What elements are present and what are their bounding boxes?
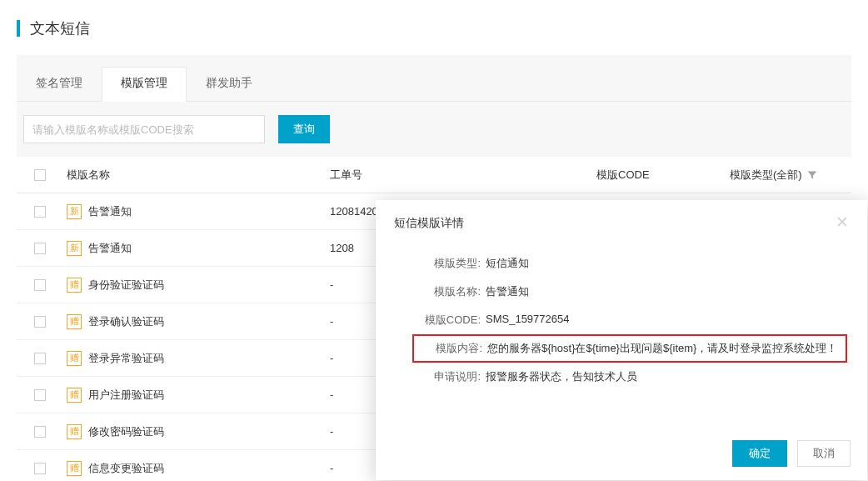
row-name: 身份验证验证码	[88, 278, 164, 293]
table-header: 模版名称 工单号 模版CODE 模版类型(全部)	[17, 157, 851, 193]
search-button[interactable]: 查询	[278, 115, 330, 143]
detail-remark-value: 报警服务器状态，告知技术人员	[486, 369, 842, 384]
row-tag: 新	[67, 204, 82, 219]
row-checkbox[interactable]	[34, 279, 46, 291]
row-checkbox[interactable]	[34, 316, 46, 328]
select-all-checkbox[interactable]	[34, 169, 46, 181]
row-tag: 赠	[67, 424, 82, 439]
row-name: 信息变更验证码	[88, 461, 164, 476]
row-tag: 赠	[67, 388, 82, 403]
header-type[interactable]: 模版类型(全部)	[730, 168, 851, 183]
row-name: 告警通知	[88, 204, 132, 219]
row-checkbox[interactable]	[34, 243, 46, 254]
template-detail-modal: 短信模版详情 模版类型: 短信通知 模版名称: 告警通知 模版CODE: SMS…	[376, 200, 867, 480]
detail-type-label: 模版类型:	[417, 256, 486, 271]
search-input[interactable]	[23, 115, 265, 143]
row-tag: 赠	[67, 278, 82, 293]
detail-name-value: 告警通知	[486, 284, 842, 299]
tab-template[interactable]: 模版管理	[102, 67, 187, 102]
page-title-bar: 文本短信	[0, 0, 868, 55]
row-name: 修改密码验证码	[88, 424, 164, 439]
row-name: 用户注册验证码	[88, 388, 164, 403]
row-tag: 赠	[67, 461, 82, 476]
detail-remark-label: 申请说明:	[417, 369, 486, 384]
header-name: 模版名称	[63, 168, 330, 183]
modal-title: 短信模版详情	[394, 216, 464, 231]
header-order: 工单号	[330, 168, 596, 183]
row-tag: 赠	[67, 351, 82, 366]
tab-batch[interactable]: 群发助手	[187, 67, 272, 102]
detail-content-value: 您的服务器${host}在${time}出现问题${item}，请及时登录监控系…	[487, 341, 842, 356]
filter-icon	[807, 170, 817, 180]
row-checkbox[interactable]	[34, 426, 46, 438]
tab-bar: 签名管理 模版管理 群发助手	[17, 55, 851, 102]
detail-code-label: 模版CODE:	[417, 313, 486, 328]
detail-type-value: 短信通知	[486, 256, 842, 271]
close-icon[interactable]	[836, 215, 849, 231]
tab-signature[interactable]: 签名管理	[17, 67, 102, 102]
detail-name-label: 模版名称:	[417, 284, 486, 299]
detail-code-value: SMS_159772654	[486, 313, 842, 328]
row-name: 告警通知	[88, 241, 132, 256]
row-tag: 新	[67, 241, 82, 256]
row-checkbox[interactable]	[34, 353, 46, 364]
title-accent	[17, 20, 20, 37]
search-row: 查询	[17, 102, 851, 157]
row-checkbox[interactable]	[34, 389, 46, 401]
confirm-button[interactable]: 确定	[732, 440, 787, 467]
row-checkbox[interactable]	[34, 206, 46, 218]
page-title: 文本短信	[30, 18, 90, 38]
row-name: 登录确认验证码	[88, 314, 164, 329]
header-code: 模版CODE	[596, 168, 730, 183]
detail-content-label: 模版内容:	[417, 341, 487, 356]
detail-content-highlight: 模版内容: 您的服务器${host}在${time}出现问题${item}，请及…	[412, 334, 847, 363]
row-tag: 赠	[67, 314, 82, 329]
cancel-button[interactable]: 取消	[797, 440, 851, 467]
row-name: 登录异常验证码	[88, 351, 164, 366]
row-checkbox[interactable]	[34, 463, 46, 474]
